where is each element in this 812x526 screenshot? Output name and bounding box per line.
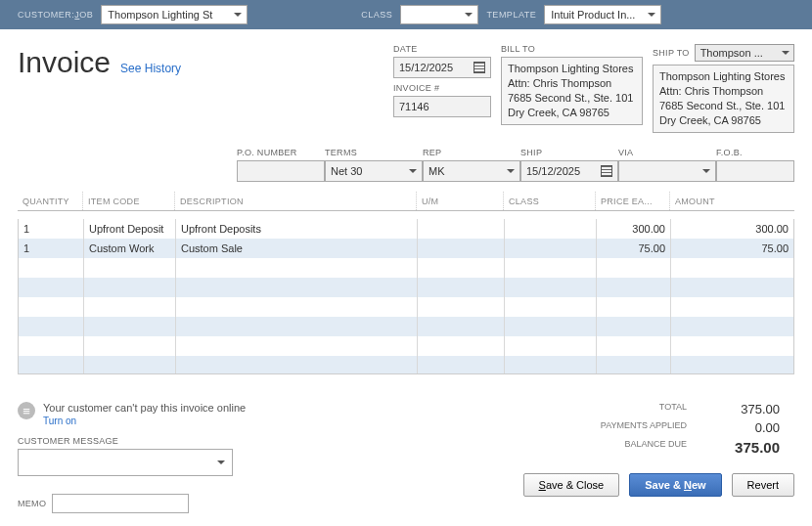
line-item-row[interactable] — [19, 278, 793, 297]
cell-um[interactable] — [418, 219, 505, 239]
page-title: Invoice — [18, 46, 111, 79]
chevron-down-icon — [465, 13, 473, 17]
ship-date-label: SHIP — [520, 148, 618, 157]
online-pay-msg: Your customer can't pay this invoice onl… — [43, 402, 246, 414]
ship-to-select[interactable]: Thompson ... — [695, 44, 794, 62]
balance-label: BALANCE DUE — [486, 439, 687, 456]
cell-desc[interactable]: Upfront Deposits — [176, 219, 418, 239]
customer-message-select[interactable] — [18, 449, 233, 476]
line-items-table: 1 Upfront Deposit Upfront Deposits 300.0… — [18, 219, 794, 374]
via-select[interactable] — [618, 160, 716, 182]
cell-price[interactable]: 300.00 — [597, 219, 671, 239]
top-bar: CUSTOMER:JOB Thompson Lighting St CLASS … — [0, 0, 812, 29]
via-label: VIA — [618, 148, 716, 157]
revert-button[interactable]: Revert — [732, 473, 794, 497]
chevron-down-icon — [782, 51, 789, 55]
line-item-row[interactable] — [19, 258, 793, 278]
chevron-down-icon — [234, 13, 242, 17]
total-value: 375.00 — [687, 402, 780, 416]
chevron-down-icon — [217, 460, 225, 464]
date-label: DATE — [393, 44, 491, 54]
cell-desc[interactable]: Custom Sale — [176, 239, 418, 258]
customer-job-label: CUSTOMER:JOB — [18, 10, 93, 20]
payments-value: 0.00 — [687, 420, 780, 435]
invoice-no-value: 71146 — [399, 101, 429, 112]
cell-amount[interactable]: 75.00 — [671, 239, 793, 258]
customer-message-label: CUSTOMER MESSAGE — [18, 436, 486, 446]
col-desc-header: DESCRIPTION — [175, 192, 417, 210]
col-class-header: CLASS — [504, 192, 596, 210]
line-item-row[interactable]: 1 Custom Work Custom Sale 75.00 75.00 — [19, 239, 793, 258]
col-item-header: ITEM CODE — [83, 192, 175, 210]
customer-job-select[interactable]: Thompson Lighting St — [101, 5, 248, 24]
line-items-header: QUANTITY ITEM CODE DESCRIPTION U/M CLASS… — [18, 192, 794, 211]
rep-value: MK — [429, 165, 445, 177]
total-label: TOTAL — [486, 402, 687, 416]
line-items-body[interactable]: 1 Upfront Deposit Upfront Deposits 300.0… — [19, 219, 793, 373]
line-item-row[interactable] — [19, 317, 793, 336]
cell-class[interactable] — [505, 219, 597, 239]
po-field[interactable] — [237, 160, 325, 182]
template-select[interactable]: Intuit Product In... — [544, 5, 661, 24]
class-label: CLASS — [361, 10, 392, 20]
cell-amount[interactable]: 300.00 — [671, 219, 793, 239]
invoice-no-field[interactable]: 71146 — [393, 96, 491, 117]
memo-field[interactable] — [52, 494, 189, 513]
line-item-row[interactable] — [19, 297, 793, 317]
template-value: Intuit Product In... — [551, 9, 635, 21]
save-close-button[interactable]: Save & Close — [523, 473, 620, 497]
fob-label: F.O.B. — [716, 148, 794, 157]
chevron-down-icon — [507, 169, 515, 173]
customer-job-value: Thompson Lighting St — [108, 9, 212, 21]
template-label: TEMPLATE — [486, 10, 536, 20]
terms-value: Net 30 — [331, 165, 362, 177]
ship-to-address[interactable]: Thompson Lighting Stores Attn: Chris Tho… — [653, 65, 794, 133]
cell-qty[interactable]: 1 — [19, 219, 84, 239]
rep-select[interactable]: MK — [423, 160, 520, 182]
cell-qty[interactable]: 1 — [19, 239, 84, 258]
balance-value: 375.00 — [687, 439, 780, 456]
chevron-down-icon — [409, 169, 417, 173]
col-qty-header: QUANTITY — [18, 192, 83, 210]
terms-select[interactable]: Net 30 — [325, 160, 423, 182]
date-field[interactable]: 15/12/2025 — [393, 57, 491, 78]
line-item-row[interactable]: 1 Upfront Deposit Upfront Deposits 300.0… — [19, 219, 793, 239]
line-item-row[interactable] — [19, 336, 793, 356]
chevron-down-icon — [648, 13, 655, 17]
ship-to-select-value: Thompson ... — [700, 47, 763, 59]
turn-on-link[interactable]: Turn on — [43, 416, 246, 426]
col-amount-header: AMOUNT — [670, 192, 794, 210]
cell-um[interactable] — [418, 239, 505, 258]
cell-price[interactable]: 75.00 — [597, 239, 671, 258]
info-icon: ≡ — [18, 402, 35, 419]
col-um-header: U/M — [417, 192, 504, 210]
cell-item[interactable]: Custom Work — [84, 239, 176, 258]
invoice-no-label: INVOICE # — [393, 83, 491, 93]
save-new-button[interactable]: Save & New — [629, 473, 721, 497]
chevron-down-icon — [702, 169, 710, 173]
payments-label: PAYMENTS APPLIED — [486, 420, 687, 435]
memo-label: MEMO — [18, 499, 46, 508]
see-history-link[interactable]: See History — [120, 62, 181, 75]
class-select[interactable] — [400, 5, 478, 24]
line-item-row[interactable] — [19, 356, 793, 373]
rep-label: REP — [423, 148, 520, 157]
terms-label: TERMS — [325, 148, 423, 157]
date-value: 15/12/2025 — [399, 62, 453, 73]
calendar-icon[interactable] — [474, 62, 485, 73]
cell-class[interactable] — [505, 239, 597, 258]
ship-date-field[interactable]: 15/12/2025 — [520, 160, 618, 182]
col-price-header: PRICE EA... — [596, 192, 670, 210]
ship-date-value: 15/12/2025 — [526, 165, 580, 177]
po-label: P.O. NUMBER — [237, 148, 325, 157]
calendar-icon[interactable] — [601, 165, 612, 177]
cell-item[interactable]: Upfront Deposit — [84, 219, 176, 239]
fob-field[interactable] — [716, 160, 794, 182]
ship-to-label: SHIP TO — [653, 48, 690, 58]
bill-to-address[interactable]: Thompson Lighting Stores Attn: Chris Tho… — [501, 57, 643, 125]
bill-to-label: BILL TO — [501, 44, 643, 54]
